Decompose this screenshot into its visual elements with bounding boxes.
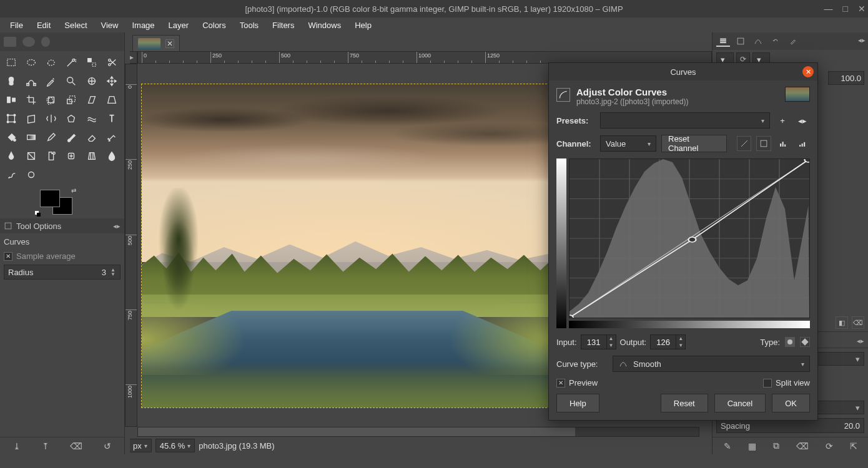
dialog-titlebar[interactable]: Curves ✕	[549, 63, 817, 80]
tool-eraser[interactable]	[83, 130, 101, 145]
channels-tab-icon[interactable]	[734, 36, 747, 47]
tool-options-reset-icon[interactable]: ↺	[104, 441, 111, 451]
brush-duplicate-icon[interactable]: ⧉	[773, 441, 779, 451]
sample-average-checkbox[interactable]: ✕	[4, 252, 12, 261]
tool-text[interactable]	[103, 111, 121, 126]
color-swatches[interactable]: ⇄	[0, 186, 124, 218]
preset-menu-icon[interactable]: ◂▸	[795, 113, 810, 128]
brush-delete-icon[interactable]: ⌫	[796, 441, 809, 451]
tool-clone[interactable]	[42, 149, 60, 163]
cancel-button[interactable]: Cancel	[714, 394, 766, 412]
paths-tab-icon[interactable]	[751, 36, 765, 47]
tool-perspective[interactable]	[103, 92, 121, 107]
menu-help[interactable]: Help	[348, 19, 378, 31]
curves-graph[interactable]	[569, 158, 810, 318]
curve-type-dropdown[interactable]: Smooth ▾	[613, 356, 810, 372]
menu-windows[interactable]: Windows	[302, 19, 347, 31]
tool-heal[interactable]	[62, 149, 80, 163]
tool-fuzzy-select[interactable]	[62, 55, 80, 70]
tool-handle-transform[interactable]	[22, 111, 40, 126]
tool-crop[interactable]	[22, 92, 40, 107]
tool-gradient[interactable]	[22, 130, 40, 145]
layer-mask-icon[interactable]: ◧	[836, 316, 848, 329]
canvas[interactable]	[141, 84, 553, 408]
ok-button[interactable]: OK	[772, 394, 810, 412]
ruler-horizontal[interactable]: 025050075010001250	[137, 51, 712, 64]
brushes-tab-icon[interactable]	[786, 36, 800, 47]
input-spinner[interactable]: 131 ▲▼	[581, 334, 616, 349]
zoom-dropdown[interactable]: 45.6 % ▾	[155, 439, 195, 452]
output-down-icon[interactable]: ▼	[676, 342, 685, 349]
tool-bucket-fill[interactable]	[2, 130, 20, 145]
foreground-color-swatch[interactable]	[40, 190, 60, 207]
tool-unified-transform[interactable]	[2, 111, 20, 126]
tool-by-color-select[interactable]	[83, 55, 101, 70]
histogram-linear-toggle-icon[interactable]	[776, 136, 791, 151]
tool-options-delete-icon[interactable]: ⌫	[70, 441, 82, 451]
channel-dropdown[interactable]: Value ▾	[600, 135, 656, 152]
brush-asfile-icon[interactable]: ⇱	[850, 441, 857, 451]
dock-menu-icon[interactable]: ◂▸	[113, 222, 121, 230]
dock-menu-icon[interactable]: ◂▸	[858, 36, 866, 44]
tool-perspective-clone[interactable]	[83, 149, 101, 163]
undo-history-tab-icon[interactable]	[769, 36, 782, 47]
input-up-icon[interactable]: ▲	[607, 335, 616, 342]
tool-rotate[interactable]	[42, 92, 60, 107]
reset-button[interactable]: Reset	[661, 394, 708, 412]
menu-file[interactable]: File	[4, 19, 29, 31]
window-close-icon[interactable]: ✕	[858, 4, 866, 14]
tool-blur-sharpen[interactable]	[103, 149, 121, 163]
window-maximize-icon[interactable]: □	[843, 4, 848, 14]
ruler-vertical[interactable]: 02505007501000	[125, 64, 137, 427]
histogram-linear-icon[interactable]	[737, 136, 751, 151]
opacity-value[interactable]: 100.0	[828, 71, 864, 85]
radius-slider[interactable]: Radius 3 ▲▼	[4, 265, 121, 280]
point-type-corner-icon[interactable]	[800, 337, 810, 347]
tool-measure[interactable]	[83, 74, 101, 89]
tab-close-icon[interactable]: ✕	[165, 39, 174, 48]
tool-mypaint-brush[interactable]	[22, 149, 40, 163]
tool-paintbrush[interactable]	[62, 130, 80, 145]
tool-smudge[interactable]	[2, 167, 20, 182]
tool-scissors-select[interactable]	[103, 55, 121, 70]
help-button[interactable]: Help	[556, 394, 599, 412]
window-minimize-icon[interactable]: —	[824, 4, 833, 14]
presets-dropdown[interactable]: ▾	[600, 112, 770, 129]
histogram-log-toggle-icon[interactable]	[796, 136, 810, 151]
tool-dodge-burn[interactable]	[22, 167, 40, 182]
default-colors-icon[interactable]	[35, 211, 41, 217]
radius-down-icon[interactable]: ▼	[110, 272, 116, 276]
menu-view[interactable]: View	[95, 19, 125, 31]
split-view-checkbox[interactable]: Split view	[763, 378, 810, 388]
brush-new-icon[interactable]: ▦	[748, 441, 756, 451]
menu-image[interactable]: Image	[126, 19, 160, 31]
tool-move[interactable]	[103, 74, 121, 89]
brush-refresh-icon[interactable]: ⟳	[826, 441, 833, 451]
tool-flip[interactable]	[42, 111, 60, 126]
tool-foreground-select[interactable]	[2, 74, 20, 89]
point-type-smooth-icon[interactable]	[785, 337, 795, 347]
reset-channel-button[interactable]: Reset Channel	[661, 135, 727, 152]
tool-zoom[interactable]	[62, 74, 80, 89]
menu-tools[interactable]: Tools	[234, 19, 265, 31]
tool-color-picker[interactable]	[42, 74, 60, 89]
dock-menu-icon[interactable]: ◂▸	[857, 337, 864, 345]
brush-edit-icon[interactable]: ✎	[724, 441, 731, 451]
menu-filters[interactable]: Filters	[266, 19, 300, 31]
unit-dropdown[interactable]: px ▾	[129, 439, 152, 452]
histogram-log-icon[interactable]	[756, 136, 771, 151]
tool-shear[interactable]	[83, 92, 101, 107]
tool-paths[interactable]	[22, 74, 40, 89]
tool-warp[interactable]	[83, 111, 101, 126]
horizontal-scrollbar[interactable]	[137, 427, 699, 437]
tool-free-select[interactable]	[42, 55, 60, 70]
tool-rect-select[interactable]	[2, 55, 20, 70]
preview-checkbox[interactable]: ✕ Preview	[556, 378, 598, 388]
menu-colors[interactable]: Colors	[196, 19, 232, 31]
dialog-close-icon[interactable]: ✕	[802, 66, 814, 77]
tool-align[interactable]	[2, 92, 20, 107]
document-tab[interactable]: ✕	[132, 35, 180, 51]
tool-airbrush[interactable]	[103, 130, 121, 145]
tool-pencil[interactable]	[42, 130, 60, 145]
output-up-icon[interactable]: ▲	[676, 335, 685, 342]
